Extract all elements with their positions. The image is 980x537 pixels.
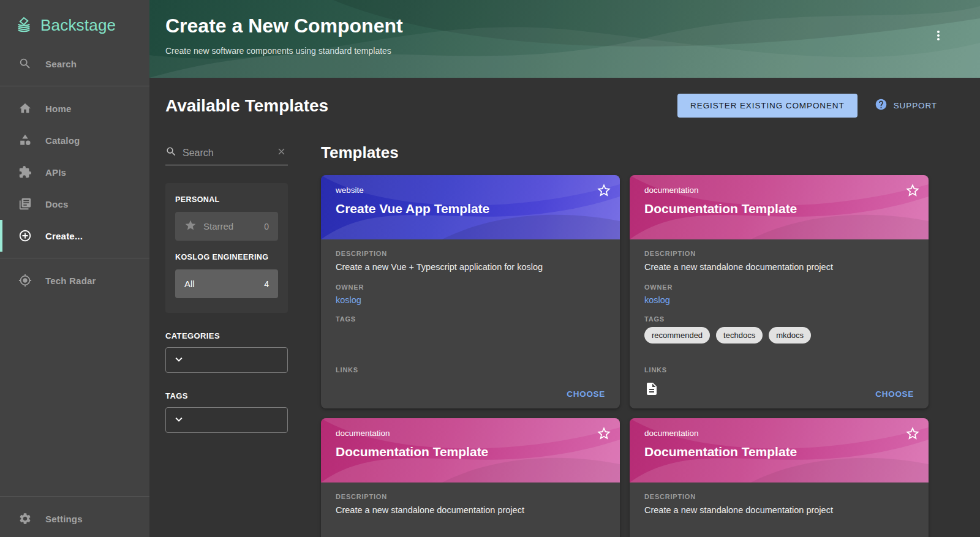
sidebar: Backstage Search Home Catalog APIs — [0, 0, 149, 537]
support-button[interactable]: SUPPORT — [875, 98, 937, 113]
page-title: Create a New Component — [165, 15, 964, 37]
tags-select[interactable] — [165, 407, 288, 433]
star-border-icon[interactable] — [596, 426, 612, 444]
card-banner: documentation Documentation Template — [630, 175, 929, 239]
all-filter[interactable]: All 4 — [175, 269, 278, 298]
sidebar-item-docs[interactable]: Docs — [0, 188, 149, 220]
owner-label: OWNER — [644, 284, 914, 291]
toolbar: Available Templates REGISTER EXISTING CO… — [149, 78, 980, 133]
starred-count: 0 — [264, 222, 269, 231]
backstage-app: Backstage Search Home Catalog APIs — [0, 0, 980, 537]
template-card-documentation: documentation Documentation Template DES… — [630, 175, 929, 408]
sidebar-item-apis[interactable]: APIs — [0, 156, 149, 188]
filter-panel: PERSONAL Starred 0 KOSLOG ENGINEERING Al… — [165, 133, 288, 537]
description-label: DESCRIPTION — [644, 493, 914, 500]
categories-label: CATEGORIES — [165, 331, 288, 340]
sidebar-item-label: Search — [45, 59, 77, 69]
gear-icon — [18, 512, 32, 525]
toolbar-heading: Available Templates — [165, 96, 677, 116]
tag-chip: mkdocs — [769, 327, 811, 344]
sidebar-item-search[interactable]: Search — [0, 48, 149, 80]
tags-label: TAGS — [644, 315, 914, 323]
apis-icon — [18, 165, 32, 179]
sidebar-item-label: Catalog — [45, 135, 80, 146]
star-icon — [184, 219, 197, 233]
choose-button[interactable]: CHOOSE — [567, 389, 605, 399]
sidebar-item-tech-radar[interactable]: Tech Radar — [0, 265, 149, 296]
template-card-vue-app: website Create Vue App Template DESCRIPT… — [321, 175, 620, 408]
document-link-icon[interactable] — [644, 381, 659, 399]
sidebar-spacer — [0, 296, 149, 490]
clear-search-icon[interactable] — [276, 146, 287, 159]
description-value: Create a new standalone documentation pr… — [644, 261, 914, 273]
logo[interactable]: Backstage — [0, 0, 149, 48]
favorites-filter-card: PERSONAL Starred 0 KOSLOG ENGINEERING Al… — [165, 183, 288, 313]
tag-chip: recommended — [644, 327, 710, 344]
search-icon — [165, 146, 177, 160]
template-search-field — [165, 141, 288, 165]
page-header: Create a New Component Create new softwa… — [149, 0, 980, 78]
card-body: DESCRIPTION Create a new standalone docu… — [630, 239, 929, 408]
sidebar-item-label: Tech Radar — [45, 276, 96, 286]
sidebar-item-label: Settings — [45, 514, 83, 524]
more-options-icon[interactable] — [931, 28, 946, 45]
sidebar-divider — [0, 496, 149, 497]
tags-label: TAGS — [336, 315, 605, 323]
personal-group-label: PERSONAL — [175, 195, 278, 204]
card-body: DESCRIPTION Create a new standalone docu… — [630, 483, 929, 537]
owner-link[interactable]: koslog — [336, 295, 361, 305]
template-title: Documentation Template — [644, 201, 914, 216]
templates-grid: website Create Vue App Template DESCRIPT… — [321, 175, 929, 537]
org-group-label: KOSLOG ENGINEERING — [175, 253, 278, 261]
create-icon — [18, 229, 32, 242]
description-value: Create a new standalone documentation pr… — [644, 505, 914, 516]
template-type: website — [336, 186, 605, 195]
home-icon — [18, 102, 32, 115]
choose-button[interactable]: CHOOSE — [875, 389, 914, 399]
star-border-icon[interactable] — [905, 182, 921, 201]
tag-chip: techdocs — [716, 327, 763, 344]
docs-icon — [18, 197, 32, 211]
sidebar-item-create[interactable]: Create... — [0, 220, 149, 252]
support-label: SUPPORT — [894, 101, 937, 110]
links-label: LINKS — [644, 366, 914, 374]
tags-label: TAGS — [165, 391, 288, 400]
starred-filter[interactable]: Starred 0 — [175, 212, 278, 241]
card-banner: documentation Documentation Template — [321, 418, 620, 483]
description-label: DESCRIPTION — [644, 250, 914, 257]
template-card-documentation: documentation Documentation Template DES… — [321, 418, 620, 537]
tech-radar-icon — [18, 274, 32, 287]
search-input[interactable] — [183, 148, 271, 159]
card-banner: website Create Vue App Template — [321, 175, 620, 239]
tags-empty — [336, 327, 605, 357]
template-card-documentation: documentation Documentation Template DES… — [630, 418, 929, 537]
chevron-down-icon — [172, 413, 186, 428]
sidebar-item-home[interactable]: Home — [0, 92, 149, 124]
backstage-logo-icon — [15, 15, 33, 36]
sidebar-item-settings[interactable]: Settings — [0, 503, 149, 535]
owner-link[interactable]: koslog — [644, 295, 670, 305]
sidebar-item-label: Home — [45, 103, 71, 114]
template-type: documentation — [644, 186, 914, 195]
description-value: Create a new standalone documentation pr… — [336, 505, 605, 516]
templates-heading: Templates — [321, 143, 929, 162]
description-label: DESCRIPTION — [336, 493, 605, 500]
page-subtitle: Create new software components using sta… — [165, 46, 964, 56]
template-type: documentation — [644, 429, 914, 438]
sidebar-item-catalog[interactable]: Catalog — [0, 124, 149, 156]
card-body: DESCRIPTION Create a new standalone docu… — [321, 483, 620, 537]
content: PERSONAL Starred 0 KOSLOG ENGINEERING Al… — [149, 133, 980, 537]
chevron-down-icon — [172, 353, 186, 368]
sidebar-item-label: Create... — [45, 231, 83, 241]
template-type: documentation — [336, 429, 605, 438]
owner-label: OWNER — [336, 284, 605, 291]
categories-select[interactable] — [165, 347, 288, 373]
star-border-icon[interactable] — [596, 182, 612, 201]
help-icon — [875, 98, 888, 113]
sidebar-item-label: APIs — [45, 167, 66, 178]
register-existing-component-button[interactable]: REGISTER EXISTING COMPONENT — [677, 94, 858, 118]
app-title: Backstage — [40, 16, 116, 35]
starred-label: Starred — [203, 221, 233, 231]
star-border-icon[interactable] — [905, 426, 921, 444]
card-body: DESCRIPTION Create a new Vue + Typescrip… — [321, 239, 620, 408]
